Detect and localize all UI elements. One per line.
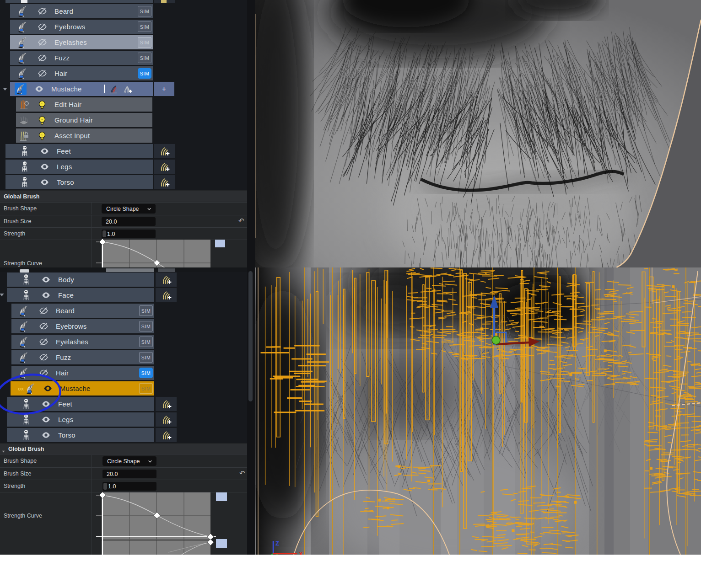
brush-size-input[interactable]: 20.0 — [102, 470, 156, 478]
strength-input[interactable]: 1.0 — [102, 482, 156, 491]
layer-row-torso[interactable]: Torso — [5, 175, 153, 189]
curve-handle-square[interactable] — [215, 240, 225, 247]
layer-label: Feet — [57, 147, 71, 155]
sim-badge[interactable]: SIM — [139, 305, 153, 316]
visibility-on-icon[interactable] — [34, 84, 44, 94]
sim-badge[interactable]: SIM — [138, 21, 151, 32]
expand-arrow-icon[interactable] — [0, 292, 5, 298]
visibility-on-icon[interactable] — [40, 177, 49, 187]
strength-input[interactable]: 1.0 — [102, 230, 156, 238]
layer-label: Beard — [56, 307, 75, 315]
sim-badge-active[interactable]: SIM — [139, 368, 153, 378]
sim-badge[interactable]: SIM — [139, 383, 153, 394]
layer-label: Fuzz — [54, 54, 70, 62]
layer-row-beard[interactable]: Beard SIM — [11, 304, 154, 318]
layer-row-legs[interactable]: Legs — [5, 160, 153, 174]
visibility-off-icon[interactable] — [39, 368, 49, 378]
layer-row-torso[interactable]: Torso — [7, 428, 154, 442]
visibility-off-icon[interactable] — [39, 321, 49, 331]
comb-hair-icon[interactable] — [108, 84, 119, 95]
expand-arrow-icon[interactable] — [2, 86, 8, 92]
add-groom-button[interactable] — [154, 144, 175, 158]
brush-shape-dropdown[interactable]: Circle Shape — [102, 204, 156, 214]
node-row-edit-hair[interactable]: Edit Hair — [16, 97, 152, 112]
visibility-on-icon[interactable] — [41, 275, 51, 284]
layer-row-hair[interactable]: Hair SIM — [11, 366, 154, 380]
add-groom-button[interactable] — [156, 412, 177, 427]
visibility-off-icon[interactable] — [38, 53, 47, 63]
curve-handle-square[interactable] — [216, 492, 227, 501]
node-row-ground-hair[interactable]: Ground Hair — [16, 113, 152, 127]
collapse-arrow-icon[interactable] — [1, 447, 5, 451]
groom-guides-render: Z Y X — [255, 267, 701, 555]
visibility-off-icon[interactable] — [38, 69, 47, 78]
brush-size-input[interactable]: 20.0 — [102, 217, 156, 226]
layer-row-hair[interactable]: Hair SIM — [10, 66, 153, 80]
sim-badge[interactable]: SIM — [138, 37, 151, 48]
sim-badge-active[interactable]: SIM — [138, 68, 151, 79]
layer-row-body[interactable]: Body — [7, 273, 154, 287]
reset-undo-icon[interactable]: ↶ — [239, 469, 245, 477]
add-groom-button[interactable] — [156, 397, 177, 411]
visibility-on-icon[interactable] — [41, 399, 51, 409]
slider-nub[interactable] — [102, 230, 106, 237]
visibility-on-icon[interactable] — [43, 384, 53, 393]
global-brush-header[interactable]: Global Brush — [0, 191, 247, 202]
add-groom-button[interactable] — [156, 288, 177, 302]
groom-add-icon — [158, 176, 170, 188]
strength-curve-editor[interactable] — [96, 239, 220, 267]
viewport-3d-bottom[interactable]: Z Y X — [255, 267, 701, 555]
visibility-on-icon[interactable] — [40, 162, 49, 171]
sim-badge[interactable]: SIM — [139, 337, 153, 347]
curve-handle-square[interactable] — [216, 539, 227, 548]
visibility-off-icon[interactable] — [38, 37, 47, 47]
add-groom-button[interactable] — [154, 175, 175, 189]
strength-curve-editor[interactable] — [96, 491, 220, 555]
layer-row-eyebrows[interactable]: Eyebrows SIM — [11, 319, 154, 333]
global-brush-header[interactable]: Global Brush — [0, 444, 247, 454]
brush-shape-dropdown[interactable]: Circle Shape — [102, 456, 156, 466]
reset-undo-icon[interactable]: ↶ — [238, 217, 244, 225]
visibility-off-icon[interactable] — [39, 306, 49, 315]
add-groom-button[interactable] — [156, 428, 177, 442]
layer-label: Eyebrows — [54, 23, 85, 31]
add-groom-button[interactable] — [156, 273, 177, 287]
scrollbar-thumb[interactable] — [248, 271, 253, 401]
layer-row-eyebrows[interactable]: Eyebrows SIM — [10, 20, 153, 34]
visibility-off-icon[interactable] — [38, 22, 47, 32]
add-layer-button[interactable]: + — [154, 82, 174, 96]
lightbulb-icon[interactable] — [37, 131, 47, 141]
visibility-on-icon[interactable] — [41, 430, 51, 440]
sim-badge[interactable]: SIM — [138, 53, 151, 63]
visibility-on-icon[interactable] — [41, 415, 51, 424]
layer-row-eyelashes[interactable]: Eyelashes SIM — [11, 335, 154, 349]
layer-row-mustache-selected[interactable]: Mustache — [10, 82, 153, 96]
layer-row-eyelashes[interactable]: Eyelashes SIM — [10, 35, 153, 49]
layer-row-feet[interactable]: Feet — [5, 144, 153, 158]
visibility-off-icon[interactable] — [39, 353, 49, 362]
add-groom-button[interactable] — [154, 160, 175, 174]
lightbulb-icon[interactable] — [37, 100, 47, 110]
groom-add-icon — [160, 414, 172, 426]
visibility-off-icon[interactable] — [39, 337, 49, 347]
node-row-asset-input[interactable]: Asset Input — [16, 128, 152, 143]
sim-badge[interactable]: SIM — [138, 6, 151, 16]
layer-row-fuzz[interactable]: Fuzz SIM — [10, 51, 153, 65]
viewport-3d-top[interactable] — [255, 0, 701, 267]
axis-x-label: X — [299, 551, 303, 555]
slider-nub[interactable] — [103, 483, 107, 490]
layer-row-fuzz[interactable]: Fuzz SIM — [11, 350, 154, 364]
sim-badge[interactable]: SIM — [139, 352, 153, 363]
visibility-off-icon[interactable] — [38, 6, 47, 16]
layer-row-legs[interactable]: Legs — [7, 412, 154, 427]
layer-row-beard[interactable]: Beard SIM — [10, 4, 153, 18]
visibility-on-icon[interactable] — [40, 146, 49, 156]
sim-badge[interactable]: SIM — [139, 321, 153, 331]
layer-row-mustache-highlighted[interactable]: ox Mustache SIM — [11, 381, 154, 396]
layer-row-feet[interactable]: Feet — [7, 397, 154, 411]
hair-layer-icon-active — [15, 83, 27, 95]
visibility-on-icon[interactable] — [41, 290, 51, 300]
lightbulb-icon[interactable] — [37, 115, 47, 125]
layer-row-face[interactable]: Face — [7, 288, 154, 302]
add-hair-icon[interactable] — [122, 84, 133, 95]
